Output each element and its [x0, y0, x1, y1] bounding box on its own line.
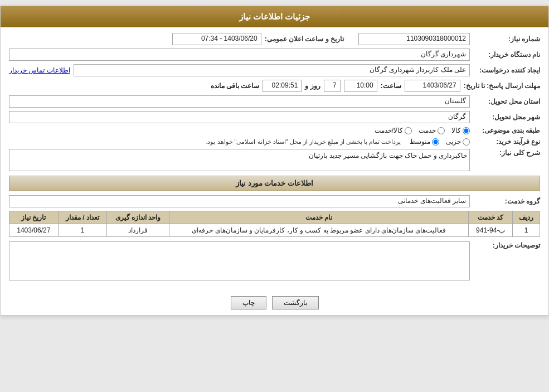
buyer-name-row: نام دستگاه خریدار: شهرداری گرگان: [9, 49, 540, 61]
province-label: استان محل تحویل:: [473, 98, 540, 105]
table-row: 1ب-94-941فعالیت‌های سازمان‌های دارای عضو…: [9, 224, 540, 237]
deadline-days: 7: [324, 80, 341, 92]
print-button[interactable]: چاپ: [231, 296, 266, 309]
category-label-kala-khedmat: کالا/خدمت: [375, 127, 403, 134]
province-value: گلستان: [9, 95, 470, 108]
need-number-row: شماره نیاز: 1103090318000012 تاریخ و ساع…: [9, 33, 540, 45]
category-radio-group: کالا خدمت کالا/خدمت: [375, 127, 470, 134]
purchase-type-motavaset: متوسط: [410, 138, 439, 146]
category-label: طبقه بندی موضوعی:: [473, 127, 540, 134]
page-title: جزئیات اطلاعات نیاز: [239, 12, 310, 21]
description-row: شرح کلی نیاز: خاکبرداری و حمل خاک جهت با…: [9, 149, 540, 171]
creator-row: ایجاد کننده درخواست: علی ملک کاربردار شه…: [9, 64, 540, 76]
deadline-label: مهلت ارسال پاسخ: تا تاریخ:: [464, 82, 540, 90]
deadline-row: مهلت ارسال پاسخ: تا تاریخ: 1403/06/27 سا…: [9, 80, 540, 92]
description-value: خاکبرداری و حمل خاک جهت بازگشایی مسیر جد…: [309, 152, 467, 159]
purchase-note: پرداخت تمام یا بخشی از مبلغ خریدار از مح…: [206, 138, 401, 146]
col-header-qty: تعداد / مقدار: [58, 211, 106, 224]
deadline-day-label: روز و: [305, 82, 320, 90]
description-box: خاکبرداری و حمل خاک جهت بازگشایی مسیر جد…: [9, 149, 470, 171]
category-radio-kala-khedmat[interactable]: [405, 127, 412, 134]
col-header-date: تاریخ نیاز: [9, 211, 59, 224]
service-group-row: گروه خدمت: سایر فعالیت‌های خدماتی: [9, 195, 540, 207]
service-group-value: سایر فعالیت‌های خدماتی: [9, 195, 470, 207]
city-label: شهر محل تحویل:: [473, 113, 540, 121]
purchase-type-radio-group: جزیی متوسط: [410, 138, 470, 146]
buyer-notes-label: توصیحات خریدار:: [473, 241, 540, 249]
need-number-label: شماره نیاز:: [473, 35, 540, 43]
description-label: شرح کلی نیاز:: [473, 149, 540, 157]
deadline-time: 10:00: [344, 80, 377, 92]
creator-label: ایجاد کننده درخواست:: [473, 66, 540, 74]
page-wrapper: جزئیات اطلاعات نیاز شماره نیاز: 11030903…: [0, 6, 549, 316]
category-label-khedmat: خدمت: [419, 127, 436, 134]
creator-value: علی ملک کاربردار شهرداری گرگان: [74, 64, 470, 76]
purchase-type-row: نوع فرآیند خرید: جزیی متوسط پرداخت تمام …: [9, 138, 540, 146]
province-row: استان محل تحویل: گلستان: [9, 95, 540, 108]
page-header: جزئیات اطلاعات نیاز: [1, 6, 548, 27]
table-cell-code: ب-94-941: [469, 224, 513, 237]
category-option-kala: کالا: [451, 127, 470, 134]
buyer-notes-box: [9, 241, 470, 280]
col-header-code: کد خدمت: [469, 211, 513, 224]
category-label-kala: کالا: [451, 127, 461, 134]
date-value: 1403/06/20 - 07:34: [172, 33, 261, 45]
purchase-type-label-motavaset: متوسط: [410, 138, 430, 146]
table-cell-name: فعالیت‌های سازمان‌های دارای عضو مربوط به…: [169, 224, 469, 237]
purchase-type-jozii: جزیی: [446, 138, 470, 146]
category-row: طبقه بندی موضوعی: کالا خدمت کالا/خدمت: [9, 127, 540, 134]
table-cell-row: 1: [513, 224, 540, 237]
table-cell-unit: قرارداد: [107, 224, 169, 237]
buyer-name-label: نام دستگاه خریدار:: [473, 51, 540, 59]
category-option-khedmat: خدمت: [419, 127, 445, 134]
purchase-type-label-jozii: جزیی: [446, 138, 461, 146]
col-header-row: ردیف: [513, 211, 540, 224]
footer-buttons: بازگشت چاپ: [1, 291, 548, 315]
deadline-time-label: ساعت:: [381, 82, 401, 90]
back-button[interactable]: بازگشت: [272, 296, 319, 309]
contact-link[interactable]: اطلاعات تماس خریدار: [9, 66, 70, 74]
content-area: شماره نیاز: 1103090318000012 تاریخ و ساع…: [1, 27, 548, 291]
buyer-notes-row: توصیحات خریدار:: [9, 241, 540, 280]
city-value: گرگان: [9, 111, 470, 123]
deadline-date: 1403/06/27: [405, 80, 460, 92]
need-number-value: 1103090318000012: [358, 33, 470, 45]
services-section-title: اطلاعات خدمات مورد نیاز: [9, 176, 540, 191]
table-cell-date: 1403/06/27: [9, 224, 59, 237]
col-header-name: نام خدمت: [169, 211, 469, 224]
date-label: تاریخ و ساعت اعلان عمومی:: [265, 35, 344, 43]
col-header-unit: واحد اندازه گیری: [107, 211, 169, 224]
purchase-type-radio-jozii[interactable]: [463, 138, 470, 146]
category-radio-khedmat[interactable]: [438, 127, 445, 134]
service-group-label: گروه خدمت:: [473, 197, 540, 205]
purchase-type-label: نوع فرآیند خرید:: [473, 138, 540, 146]
purchase-type-radio-motavaset[interactable]: [432, 138, 439, 146]
category-radio-kala[interactable]: [463, 127, 470, 134]
deadline-remaining-label: ساعت باقی مانده: [211, 82, 260, 90]
deadline-remaining: 02:09:51: [263, 80, 302, 92]
category-option-kala-khedmat: کالا/خدمت: [375, 127, 412, 134]
table-cell-quantity: 1: [58, 224, 106, 237]
city-row: شهر محل تحویل: گرگان: [9, 111, 540, 123]
buyer-name-value: شهرداری گرگان: [9, 49, 470, 61]
services-table: ردیف کد خدمت نام خدمت واحد اندازه گیری ت…: [9, 211, 540, 237]
